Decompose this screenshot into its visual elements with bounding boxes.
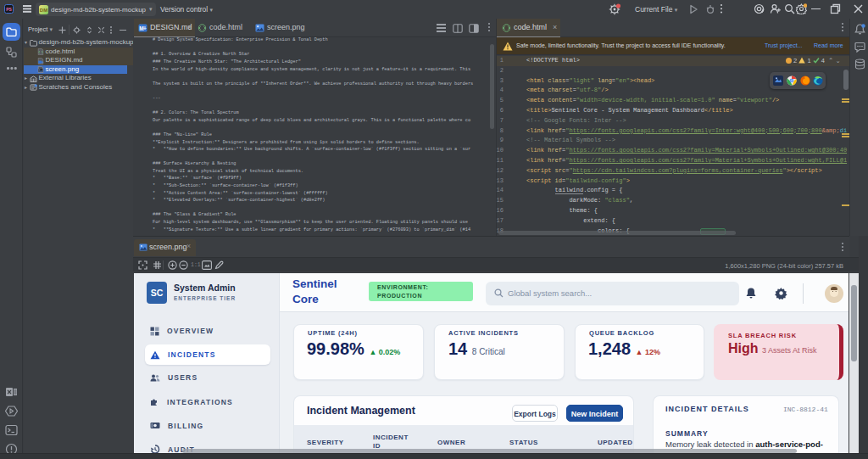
svg-text:M: M	[139, 25, 143, 31]
svg-text:DM: DM	[40, 8, 47, 13]
svg-text:PS: PS	[6, 7, 12, 12]
